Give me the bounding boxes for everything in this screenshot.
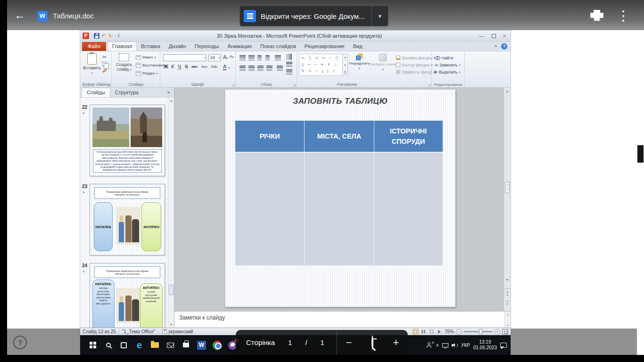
shape-fill-button[interactable]: Заливка фигуры▾ <box>396 54 435 61</box>
slide-sorter-view-icon[interactable] <box>421 329 427 335</box>
slide-table[interactable]: РІЧКИ МІСТА, СЕЛА ІСТОРИЧНІ СПОРУДИ <box>235 121 443 265</box>
current-slide[interactable]: ЗАПОВНІТЬ ТАБЛИЦЮ РІЧКИ МІСТА, СЕЛА ІСТО… <box>225 90 455 307</box>
line-spacing-icon[interactable] <box>275 55 281 60</box>
start-button[interactable] <box>85 335 100 355</box>
dialog-launcher-icon[interactable] <box>232 84 234 86</box>
quick-styles-button[interactable]: Экспресс-стили ▾ <box>370 54 396 72</box>
tab-transitions[interactable]: Переходы <box>190 42 223 51</box>
numbering-icon[interactable] <box>248 55 255 60</box>
panel-scrollbar[interactable]: ▲ ▼ <box>168 98 174 328</box>
tab-home[interactable]: Главная <box>107 41 137 51</box>
notes-scroll-up-icon[interactable]: ▴ <box>505 313 511 316</box>
mail-app[interactable] <box>163 335 178 355</box>
open-with-caret-icon[interactable]: ▼ <box>372 14 388 19</box>
table-header-cell[interactable]: МІСТА, СЕЛА <box>304 121 374 152</box>
redo-icon[interactable]: ↻ <box>108 33 113 39</box>
people-icon[interactable]: R <box>427 342 432 348</box>
dialog-launcher-icon[interactable] <box>108 84 110 86</box>
more-options-icon[interactable] <box>622 10 624 25</box>
taskbar-search[interactable] <box>100 335 116 355</box>
shrink-font-button[interactable]: А▾ <box>230 54 234 59</box>
zoom-reset-button[interactable] <box>361 337 384 349</box>
shape-outline-button[interactable]: Контур фигуры▾ <box>396 61 435 68</box>
shapes-more-icon[interactable]: ▾ <box>344 71 346 74</box>
viewer-scrollbar-thumb[interactable] <box>637 145 644 163</box>
dialog-launcher-icon[interactable] <box>293 84 296 86</box>
arrange-button[interactable]: Упорядочить ▾ <box>348 54 370 71</box>
chrome-app[interactable] <box>209 335 225 355</box>
table-header-cell[interactable]: ІСТОРИЧНІ СПОРУДИ <box>374 121 442 152</box>
slide-thumbnail-23[interactable]: 23 ✶ Порівняльна характеристика образів … <box>80 184 168 255</box>
edge-app[interactable]: e <box>132 335 147 355</box>
scroll-down-icon[interactable]: ▼ <box>504 278 511 281</box>
table-body-cell[interactable] <box>235 153 304 265</box>
slide-thumbnail-24[interactable]: 24 ✶ Порівняльна характеристика образів … <box>80 263 168 328</box>
change-case-button[interactable]: Aa▾ <box>211 64 217 69</box>
shapes-gallery[interactable]: ▭ ╲ ↘ ▭ ○ ◻ △ ⌐ ¬ ⇒ ⇓ ⌂ ✎ ∿ ∩ { } ☆ <box>299 54 343 76</box>
panel-tab-slides[interactable]: Слайды <box>82 88 110 97</box>
align-text-icon[interactable] <box>286 62 292 67</box>
shapes-scroll-up-icon[interactable]: ▴ <box>344 55 346 58</box>
panel-tab-outline[interactable]: Структура <box>110 88 143 97</box>
shapes-scrollbar[interactable]: ▴ ▾ ▾ <box>343 54 348 76</box>
close-icon[interactable]: × <box>503 33 506 39</box>
grow-font-button[interactable]: А▴ <box>223 54 228 60</box>
save-icon[interactable] <box>94 33 99 39</box>
slideshow-view-icon[interactable] <box>437 329 443 335</box>
slide-thumbnail-22[interactable]: 22 ✶ Хотинська фортеця веде свій початок… <box>80 105 168 176</box>
previous-slide-button[interactable]: ▴ ▴ <box>504 288 511 296</box>
next-slide-button[interactable]: ▾ ▾ <box>504 300 511 305</box>
font-size-select[interactable]: 24▾ <box>208 54 221 61</box>
tab-view[interactable]: Вид <box>349 42 367 51</box>
scroll-thumb[interactable] <box>505 182 510 193</box>
italic-button[interactable]: К <box>171 64 174 69</box>
character-spacing-button[interactable]: AV▾ <box>201 65 207 69</box>
notes-scrollbar[interactable]: ▴ ▾ <box>504 312 511 328</box>
undo-icon[interactable]: ↶ <box>101 33 106 39</box>
table-header-cell[interactable]: РІЧКИ <box>235 121 304 152</box>
font-name-select[interactable]: ▾ <box>163 54 206 61</box>
tab-review[interactable]: Рецензирование <box>300 42 349 51</box>
zoom-in-button[interactable]: + <box>495 329 500 335</box>
new-slide-button[interactable]: ✶ Создать слайд ▾ <box>113 53 135 72</box>
tab-file[interactable]: Файл <box>82 42 106 51</box>
powerpoint-app-icon[interactable]: P <box>83 33 89 39</box>
tray-expand-icon[interactable]: ∧ <box>436 343 439 347</box>
action-center-icon[interactable] <box>500 343 507 348</box>
shapes-scroll-down-icon[interactable]: ▾ <box>344 63 346 66</box>
align-center-icon[interactable] <box>248 66 255 71</box>
increase-indent-icon[interactable] <box>265 55 272 60</box>
spellcheck-icon[interactable]: ✓ <box>162 329 167 334</box>
text-direction-icon[interactable] <box>287 54 292 60</box>
tab-animation[interactable]: Анимация <box>223 42 256 51</box>
canvas-scrollbar[interactable]: ▲ ▼ ▴ ▴ ▾ ▾ <box>504 88 511 311</box>
normal-view-icon[interactable] <box>413 329 419 335</box>
back-arrow-icon[interactable]: ← <box>14 8 25 22</box>
bullets-icon[interactable] <box>239 55 246 60</box>
bold-button[interactable]: Ж <box>164 64 168 69</box>
collapse-ribbon-icon[interactable]: ^ <box>495 44 497 49</box>
restore-icon[interactable] <box>492 34 496 38</box>
open-with-button[interactable]: Відкрити через: Google Докум... ▼ <box>240 6 388 26</box>
paste-button[interactable]: Вставить ▾ <box>83 53 101 75</box>
network-icon[interactable] <box>442 343 448 347</box>
shadow-button[interactable]: S <box>185 64 188 69</box>
language-indicator[interactable]: украинский <box>168 329 193 334</box>
file-explorer-app[interactable] <box>147 335 163 355</box>
zoom-out-button[interactable]: − <box>337 337 361 349</box>
zoom-slider-thumb[interactable] <box>479 329 482 334</box>
minimize-icon[interactable]: — <box>479 33 485 39</box>
dialog-launcher-icon[interactable] <box>428 84 430 86</box>
select-button[interactable]: Выделить▾ <box>435 68 460 75</box>
align-left-icon[interactable] <box>239 66 246 71</box>
zoom-slider[interactable] <box>463 331 493 332</box>
format-painter-icon[interactable] <box>102 68 107 73</box>
zoom-level[interactable]: 76% <box>445 329 454 334</box>
task-view-button[interactable] <box>116 335 132 355</box>
copy-icon[interactable] <box>102 62 107 66</box>
align-right-icon[interactable] <box>257 66 264 71</box>
zoom-out-button[interactable]: − <box>456 329 462 335</box>
slide-title[interactable]: ЗАПОВНІТЬ ТАБЛИЦЮ <box>225 97 455 106</box>
columns-icon[interactable] <box>277 66 283 71</box>
word-app[interactable]: W <box>194 335 209 355</box>
